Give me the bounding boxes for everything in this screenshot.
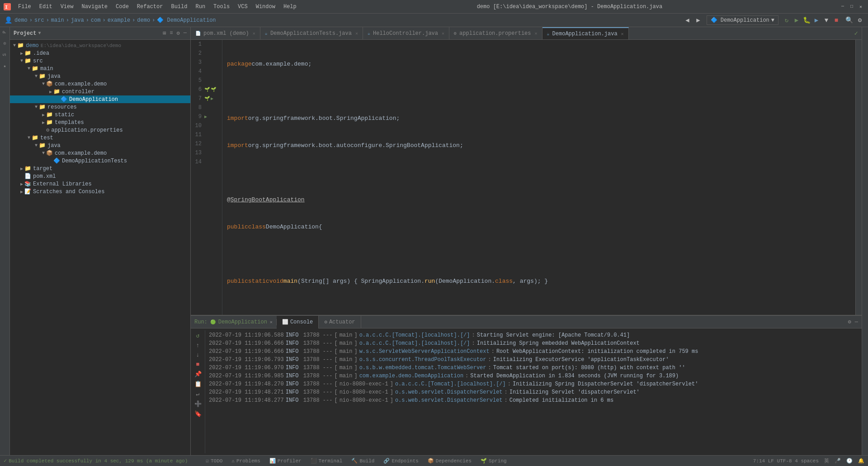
sidebar-icon-commit[interactable]: ⊙	[3, 41, 6, 46]
tree-root[interactable]: ▼ 📁 demo E:\idea\idea_workspace\demo	[10, 42, 190, 49]
run-icon[interactable]: ▶	[792, 16, 801, 24]
search-icon[interactable]: 🔍	[844, 16, 854, 24]
pom-tab-close[interactable]: ✕	[253, 31, 255, 36]
copy-icon[interactable]: 📋	[194, 380, 202, 388]
menu-navigate[interactable]: Navigate	[78, 3, 111, 11]
tab-main[interactable]: ☕ DemoApplication.java ✕	[542, 27, 629, 39]
tab-props[interactable]: ⚙ application.properties ✕	[449, 27, 542, 39]
console-settings-icon[interactable]: ⚙	[848, 319, 851, 325]
tree-controller[interactable]: ▶ 📁 controller	[10, 88, 190, 95]
tree-templates[interactable]: ▶ 📁 templates	[10, 119, 190, 126]
breadcrumb-demo2[interactable]: demo	[137, 17, 150, 24]
main-tab-close[interactable]: ✕	[621, 31, 624, 37]
status-tab-profiler[interactable]: 📊 Profiler	[265, 456, 306, 466]
menu-build[interactable]: Build	[167, 3, 191, 11]
more-run-icon[interactable]: ▼	[822, 17, 831, 24]
spring-gutter-6a[interactable]: 🌱	[204, 87, 210, 92]
close-button[interactable]: ✕	[857, 3, 864, 10]
panel-scope-icon[interactable]: ⊞	[163, 30, 166, 37]
run-gutter-7b[interactable]: ▶	[211, 96, 213, 101]
rerun-icon[interactable]: ↺	[196, 332, 200, 339]
menu-refactor[interactable]: Refactor	[133, 3, 167, 11]
tree-pom[interactable]: 📄 pom.xml	[10, 172, 190, 180]
menu-view[interactable]: View	[57, 3, 77, 11]
scroll-down-icon[interactable]: ↓	[196, 352, 200, 358]
code-editor[interactable]: 1 2 3 4	[191, 40, 862, 315]
bottom-tab-actuator[interactable]: ⚙ Actuator	[319, 316, 361, 328]
tests-tab-close[interactable]: ✕	[355, 31, 358, 36]
breadcrumb-demo[interactable]: demo	[14, 17, 28, 24]
maximize-button[interactable]: □	[848, 3, 855, 10]
run-config-dropdown[interactable]: 🔷 DemoApplication ▼	[707, 15, 778, 25]
soft-wrap-icon[interactable]: ↵	[196, 390, 200, 398]
spring-gutter-6b[interactable]: 🌱	[211, 87, 216, 92]
stop-icon[interactable]: ■	[196, 361, 200, 368]
tree-external-libs[interactable]: ▶ 📚 External Libraries	[10, 180, 190, 188]
bottom-tab-console[interactable]: ⬜ Console	[277, 316, 319, 328]
tab-tests[interactable]: ☕ DemoApplicationTests.java ✕	[260, 27, 363, 39]
user-icon[interactable]: 👤	[4, 16, 13, 24]
add-run-icon[interactable]: ➕	[194, 400, 202, 408]
console-close-icon[interactable]: —	[855, 319, 858, 325]
tree-test[interactable]: ▼ 📁 test	[10, 134, 190, 142]
sidebar-icon-structure[interactable]: S	[2, 53, 7, 56]
spring-gutter-7a[interactable]: 🌱	[204, 96, 210, 101]
scroll-up-icon[interactable]: ↑	[196, 342, 200, 349]
menu-vcs[interactable]: VCS	[234, 3, 251, 11]
menu-tools[interactable]: Tools	[210, 3, 233, 11]
status-tab-dependencies[interactable]: 📦 Dependencies	[423, 456, 476, 466]
back-icon[interactable]: ◀	[683, 16, 692, 24]
sidebar-icon-favorites[interactable]: ★	[3, 63, 6, 69]
tree-main[interactable]: ▼ 📁 main	[10, 65, 190, 72]
status-tab-todo[interactable]: ☑ TODO	[201, 456, 227, 466]
panel-title-arrow[interactable]: ▼	[38, 31, 41, 36]
tree-app-props[interactable]: ⚙ application.properties	[10, 126, 190, 134]
tree-idea[interactable]: ▶ 📁 .idea	[10, 49, 190, 57]
sidebar-icon-project[interactable]: P	[2, 31, 7, 33]
pin-icon[interactable]: 📌	[194, 371, 202, 378]
status-tab-problems[interactable]: ⚠ Problems	[227, 456, 264, 466]
tab-pom[interactable]: 📄 pom.xml (demo) ✕	[191, 27, 260, 39]
debug-icon[interactable]: 🐛	[802, 16, 811, 24]
menu-edit[interactable]: Edit	[36, 3, 56, 11]
tree-demo-tests[interactable]: 🔷 DemoApplicationTests	[10, 157, 190, 165]
tree-static[interactable]: ▶ 📁 static	[10, 111, 190, 119]
code-content[interactable]: package com.example.demo; import org.spr…	[222, 40, 855, 315]
status-tab-endpoints[interactable]: 🔗 Endpoints	[379, 456, 423, 466]
menu-file[interactable]: File	[14, 3, 35, 11]
stop-icon[interactable]: ■	[832, 17, 841, 24]
tree-package[interactable]: ▼ 📦 com.example.demo	[10, 80, 190, 88]
tree-java-test[interactable]: ▼ 📁 java	[10, 142, 190, 149]
tab-hello[interactable]: ☕ HelloController.java ✕	[363, 27, 449, 39]
run-gutter-9[interactable]: ▶	[204, 114, 207, 119]
props-tab-close[interactable]: ✕	[535, 31, 538, 36]
breadcrumb-src[interactable]: src	[34, 17, 44, 24]
breadcrumb-example[interactable]: example	[108, 17, 130, 24]
tree-package-test[interactable]: ▼ 📦 com.example.demo	[10, 149, 190, 157]
bookmark-icon[interactable]: 🔖	[194, 410, 202, 418]
tree-demo-application[interactable]: 🔷 DemoApplication	[10, 95, 190, 103]
tree-java-main[interactable]: ▼ 📁 java	[10, 72, 190, 80]
forward-icon[interactable]: ▶	[694, 16, 703, 24]
tree-target[interactable]: ▶ 📁 target	[10, 165, 190, 172]
status-tab-terminal[interactable]: ⬛ Terminal	[306, 456, 347, 466]
hello-tab-close[interactable]: ✕	[442, 31, 444, 36]
refresh-icon[interactable]: ↻	[782, 16, 791, 24]
menu-window[interactable]: Window	[252, 3, 279, 11]
menu-run[interactable]: Run	[192, 3, 209, 11]
breadcrumb-java[interactable]: java	[71, 17, 84, 24]
menu-code[interactable]: Code	[112, 3, 132, 11]
panel-hide-icon[interactable]: —	[184, 30, 187, 37]
tree-resources[interactable]: ▼ 📁 resources	[10, 103, 190, 111]
minimize-button[interactable]: ─	[839, 3, 846, 10]
panel-collapse-icon[interactable]: ≡	[170, 30, 173, 37]
run-close-icon[interactable]: ✕	[270, 319, 273, 325]
run-with-cover-icon[interactable]: ▶	[812, 16, 821, 24]
status-tab-build[interactable]: 🔨 Build	[347, 456, 379, 466]
menu-help[interactable]: Help	[280, 3, 300, 11]
tree-src[interactable]: ▼ 📁 src	[10, 57, 190, 65]
settings-icon[interactable]: ⚙	[855, 16, 864, 24]
editor-scrollbar[interactable]	[855, 40, 862, 315]
status-tab-spring[interactable]: 🌱 Spring	[476, 456, 511, 466]
breadcrumb-com[interactable]: com	[91, 17, 101, 24]
